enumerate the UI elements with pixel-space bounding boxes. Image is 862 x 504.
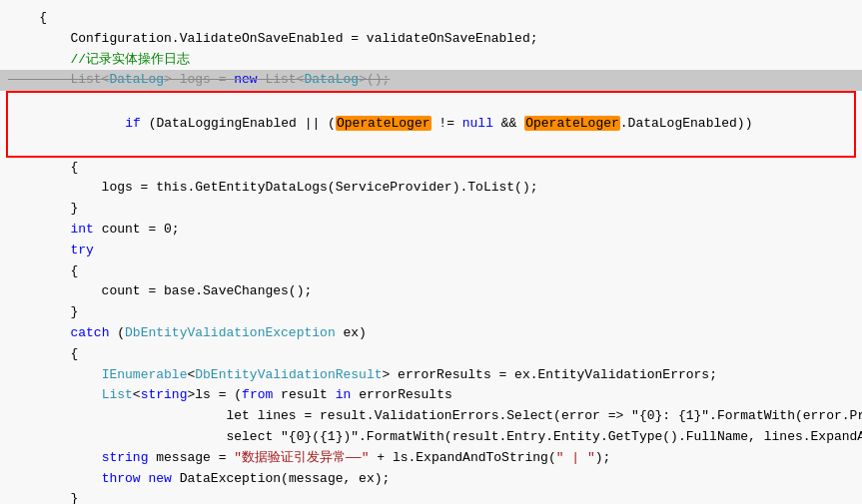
code-text: count = base.SaveChanges();	[8, 281, 854, 302]
code-text: logs = this.GetEntityDataLogs(ServicePro…	[8, 178, 854, 199]
code-text: Configuration.ValidateOnSaveEnabled = va…	[8, 29, 854, 50]
line-open-brace: {	[0, 8, 862, 29]
line-close-brace-1: }	[0, 199, 862, 220]
line-string-message: string message = "数据验证引发异常——" + ls.Expan…	[0, 448, 862, 469]
line-catch-close: }	[0, 489, 862, 504]
line-ienumerable: IEnumerable<DbEntityValidationResult> er…	[0, 365, 862, 386]
line-list-datalog: List<DataLog> logs = new List<DataLog>()…	[0, 70, 862, 91]
code-text: List<string>ls = (from result in errorRe…	[8, 385, 854, 406]
code-text: catch (DbEntityValidationException ex)	[8, 323, 854, 344]
if-line-1: if (DataLoggingEnabled || (OperateLoger …	[8, 93, 854, 155]
code-text: try	[8, 241, 854, 261]
line-throw: throw new DataException(message, ex);	[0, 469, 862, 490]
code-text: select "{0}({1})".FormatWith(result.Entr…	[8, 427, 862, 448]
code-editor: { Configuration.ValidateOnSaveEnabled = …	[0, 0, 862, 504]
line-save-changes: count = base.SaveChanges();	[0, 281, 862, 302]
code-text: }	[8, 489, 854, 504]
line-config: Configuration.ValidateOnSaveEnabled = va…	[0, 29, 862, 50]
line-try-open: {	[0, 261, 862, 282]
line-get-entity: logs = this.GetEntityDataLogs(ServicePro…	[0, 178, 862, 199]
line-list-string: List<string>ls = (from result in errorRe…	[0, 385, 862, 406]
code-text: //记录实体操作日志	[8, 50, 854, 71]
code-text: {	[8, 8, 854, 29]
code-text: }	[8, 199, 854, 220]
code-text: let lines = result.ValidationErrors.Sele…	[8, 406, 862, 427]
highlight-operateloger-2: OperateLoger	[524, 116, 620, 131]
code-text: {	[8, 261, 854, 282]
code-text: {	[8, 344, 854, 365]
line-let-lines: let lines = result.ValidationErrors.Sele…	[0, 406, 862, 427]
line-catch-open: {	[0, 344, 862, 365]
code-text: string message = "数据验证引发异常——" + ls.Expan…	[8, 448, 854, 469]
line-int-count: int count = 0;	[0, 220, 862, 241]
highlight-operateloger-1: OperateLoger	[336, 116, 431, 131]
code-text: int count = 0;	[8, 220, 854, 241]
line-comment: //记录实体操作日志	[0, 50, 862, 71]
line-brace-open: {	[0, 158, 862, 179]
line-select: select "{0}({1})".FormatWith(result.Entr…	[0, 427, 862, 448]
red-border-block-1: if (DataLoggingEnabled || (OperateLoger …	[6, 91, 856, 157]
code-text: {	[8, 158, 854, 179]
code-text: IEnumerable<DbEntityValidationResult> er…	[8, 365, 854, 386]
line-catch: catch (DbEntityValidationException ex)	[0, 323, 862, 344]
code-text: List<DataLog> logs = new List<DataLog>()…	[8, 70, 854, 91]
code-text: }	[8, 302, 854, 323]
line-try-close: }	[0, 302, 862, 323]
line-try: try	[0, 241, 862, 261]
code-text: throw new DataException(message, ex);	[8, 469, 854, 490]
